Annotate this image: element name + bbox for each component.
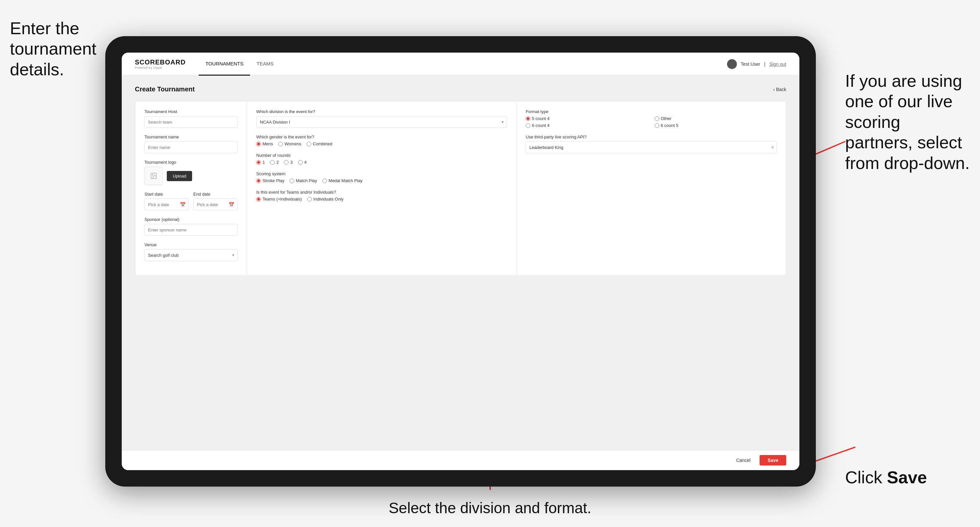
form-footer: Cancel Save	[122, 450, 799, 470]
teams-plus-label: Teams (+Individuals)	[262, 197, 302, 202]
rounds-2[interactable]: 2	[270, 160, 278, 165]
rounds-4-label: 4	[304, 160, 307, 165]
dates-group: Start date 📅 End date	[145, 192, 237, 210]
format-other[interactable]: Other	[655, 116, 777, 121]
division-group: Which division is the event for? NCAA Di…	[256, 109, 507, 128]
scoring-stroke-label: Stroke Play	[262, 178, 284, 183]
end-date-label: End date	[193, 192, 238, 197]
format-6count4[interactable]: 6 count 4	[526, 123, 648, 128]
back-label: Back	[776, 87, 786, 92]
rounds-2-label: 2	[276, 160, 278, 165]
user-avatar	[727, 59, 737, 69]
gender-mens[interactable]: Mens	[256, 141, 273, 146]
cancel-button[interactable]: Cancel	[731, 455, 756, 465]
header-left: SCOREBOARD Powered by clippd TOURNAMENTS…	[135, 52, 280, 76]
annotation-topleft: Enter the tournament details.	[10, 18, 102, 79]
start-date-wrapper: 📅	[145, 198, 189, 210]
teams-label: Is this event for Teams and/or Individua…	[256, 190, 507, 195]
format-type-group: Format type 5 count 4 Other	[526, 109, 777, 128]
scoring-label: Scoring system	[256, 171, 507, 176]
division-select[interactable]: NCAA Division I	[256, 116, 507, 128]
sponsor-input[interactable]	[145, 224, 237, 236]
back-link[interactable]: ‹ Back	[773, 87, 786, 92]
form-col-3: Format type 5 count 4 Other	[517, 101, 786, 276]
format-5count4-label: 5 count 4	[532, 116, 550, 121]
tournament-host-input[interactable]	[145, 116, 237, 128]
annotation-topright: If you are using one of our live scoring…	[845, 71, 970, 173]
format-5count4[interactable]: 5 count 4	[526, 116, 648, 121]
start-date-label: Start date	[145, 192, 189, 197]
scoring-group: Scoring system Stroke Play Match Play	[256, 171, 507, 183]
upload-button[interactable]: Upload	[167, 171, 192, 181]
tournament-logo-group: Tournament logo Upload	[145, 160, 237, 185]
tablet-screen: SCOREBOARD Powered by clippd TOURNAMENTS…	[122, 52, 799, 470]
gender-label: Which gender is the event for?	[256, 135, 507, 140]
save-button[interactable]: Save	[760, 455, 786, 465]
scoring-match-label: Match Play	[296, 178, 317, 183]
end-date-wrapper: 📅	[193, 198, 238, 210]
scoring-match[interactable]: Match Play	[290, 178, 317, 183]
nav-tab-tournaments[interactable]: TOURNAMENTS	[199, 52, 250, 76]
rounds-3[interactable]: 3	[284, 160, 293, 165]
end-date-group: End date 📅	[193, 192, 238, 210]
format-other-label: Other	[661, 116, 672, 121]
division-select-wrapper: NCAA Division I	[256, 116, 507, 128]
tournament-name-label: Tournament name	[145, 135, 237, 140]
logo-sub: Powered by clippd	[135, 66, 186, 69]
svg-point-6	[152, 174, 153, 175]
calendar-icon-end: 📅	[229, 202, 234, 207]
calendar-icon: 📅	[180, 202, 186, 207]
teams-plus-individuals[interactable]: Teams (+Individuals)	[256, 197, 302, 202]
format-6count5-label: 6 count 5	[661, 123, 679, 128]
rounds-4[interactable]: 4	[298, 160, 307, 165]
rounds-label: Number of rounds	[256, 153, 507, 158]
sponsor-label: Sponsor (optional)	[145, 217, 237, 222]
venue-group: Venue Search golf club	[145, 242, 237, 261]
venue-select-wrapper: Search golf club	[145, 249, 237, 261]
teams-radio-group: Teams (+Individuals) Individuals Only	[256, 197, 507, 202]
tournament-name-input[interactable]	[145, 141, 237, 153]
format-6count5[interactable]: 6 count 5	[655, 123, 777, 128]
gender-combined-label: Combined	[313, 141, 332, 146]
rounds-1[interactable]: 1	[256, 160, 265, 165]
gender-group: Which gender is the event for? Mens Wome…	[256, 135, 507, 146]
annotation-bottomright: Click Save	[845, 467, 970, 487]
division-label: Which division is the event for?	[256, 109, 507, 114]
logo-upload-area: Upload	[145, 167, 237, 185]
rounds-radio-group: 1 2 3	[256, 160, 507, 165]
pipe-separator: |	[764, 62, 765, 67]
gender-combined[interactable]: Combined	[307, 141, 332, 146]
form-col-2: Which division is the event for? NCAA Di…	[247, 101, 517, 276]
tournament-name-group: Tournament name	[145, 135, 237, 153]
api-group: Use third-party live scoring API? ×	[526, 135, 777, 153]
rounds-group: Number of rounds 1 2	[256, 153, 507, 165]
api-clear-button[interactable]: ×	[772, 144, 774, 150]
format-6count4-label: 6 count 4	[532, 123, 550, 128]
date-row: Start date 📅 End date	[145, 192, 237, 210]
gender-radio-group: Mens Womens Combined	[256, 141, 507, 146]
scoring-stroke[interactable]: Stroke Play	[256, 178, 284, 183]
tournament-host-label: Tournament Host	[145, 109, 237, 114]
logo-preview	[145, 167, 163, 185]
scoring-medal-match[interactable]: Medal Match Play	[322, 178, 363, 183]
nav-tabs: TOURNAMENTS TEAMS	[199, 52, 280, 76]
individuals-only-label: Individuals Only	[313, 197, 344, 202]
rounds-3-label: 3	[290, 160, 293, 165]
teams-group: Is this event for Teams and/or Individua…	[256, 190, 507, 202]
api-input[interactable]	[526, 141, 777, 153]
form-col-1: Tournament Host Tournament name Tourname…	[135, 101, 247, 276]
form-grid: Tournament Host Tournament name Tourname…	[135, 101, 786, 276]
nav-tab-teams[interactable]: TEAMS	[250, 52, 280, 76]
venue-label: Venue	[145, 242, 237, 247]
sign-out-link[interactable]: Sign out	[770, 62, 786, 67]
scoring-radio-group: Stroke Play Match Play Medal Match Play	[256, 178, 507, 183]
gender-womens[interactable]: Womens	[278, 141, 301, 146]
app: SCOREBOARD Powered by clippd TOURNAMENTS…	[122, 52, 799, 470]
tournament-host-group: Tournament Host	[145, 109, 237, 128]
format-type-options: 5 count 4 Other 6 count 4	[526, 116, 777, 128]
rounds-1-label: 1	[262, 160, 265, 165]
individuals-only[interactable]: Individuals Only	[307, 197, 344, 202]
api-input-wrapper: ×	[526, 141, 777, 153]
venue-select[interactable]: Search golf club	[145, 249, 237, 261]
header: SCOREBOARD Powered by clippd TOURNAMENTS…	[122, 52, 799, 76]
